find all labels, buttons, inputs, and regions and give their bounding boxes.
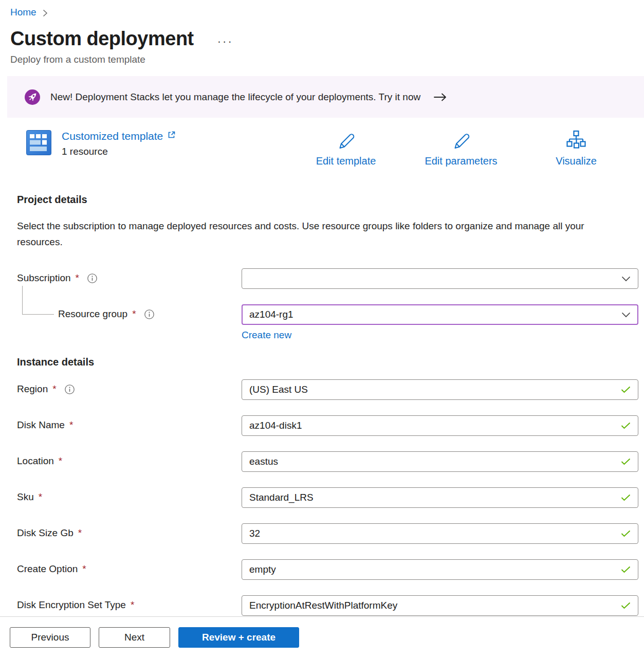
chevron-down-icon [621, 276, 631, 282]
valid-check-icon [621, 602, 631, 609]
template-card: Customized template 1 resource Edit temp… [26, 130, 644, 167]
region-input[interactable]: (US) East US [242, 379, 638, 400]
instance-details-heading: Instance details [17, 356, 644, 368]
disk-name-row: Disk Name * az104-disk1 [17, 415, 644, 436]
create-option-input[interactable]: empty [242, 559, 638, 580]
sku-label: Sku [17, 491, 34, 503]
info-icon[interactable] [144, 309, 155, 320]
location-value: eastus [249, 456, 278, 467]
chevron-right-icon [43, 9, 48, 17]
create-option-value: empty [249, 564, 276, 575]
template-grid-icon [26, 130, 51, 158]
customized-template-link[interactable]: Customized template [62, 130, 163, 142]
required-asterisk: * [82, 563, 86, 575]
breadcrumb: Home [10, 5, 644, 20]
valid-check-icon [621, 494, 631, 501]
region-label: Region [17, 383, 48, 395]
next-button[interactable]: Next [99, 627, 170, 648]
disk-size-value: 32 [249, 528, 260, 539]
required-asterisk: * [52, 383, 56, 395]
deployment-stacks-banner[interactable]: New! Deployment Stacks let you manage th… [7, 76, 644, 118]
project-details-heading: Project details [17, 194, 644, 206]
pencil-icon [451, 130, 471, 152]
disk-name-label: Disk Name [17, 419, 65, 431]
instance-details-form: Region * (US) East US Disk Name * [10, 379, 644, 616]
template-resource-count: 1 resource [62, 146, 176, 157]
sku-value: Standard_LRS [249, 492, 314, 503]
page-title: Custom deployment [10, 28, 194, 50]
project-details-form: Subscription * Resource group * [10, 268, 644, 341]
edit-parameters-button[interactable]: Edit parameters [420, 130, 502, 167]
disk-size-row: Disk Size Gb * 32 [17, 523, 644, 544]
edit-parameters-label: Edit parameters [425, 155, 497, 167]
disk-name-input[interactable]: az104-disk1 [242, 415, 638, 436]
info-icon[interactable] [87, 273, 98, 284]
disk-size-input[interactable]: 32 [242, 523, 638, 544]
pencil-icon [336, 130, 356, 152]
required-asterisk: * [131, 599, 134, 611]
subscription-dropdown[interactable] [242, 268, 638, 289]
region-row: Region * (US) East US [17, 379, 644, 400]
page-subtitle: Deploy from a custom template [10, 54, 644, 65]
valid-check-icon [621, 530, 631, 537]
breadcrumb-home-link[interactable]: Home [10, 7, 36, 18]
sku-row: Sku * Standard_LRS [17, 487, 644, 508]
rocket-icon [25, 89, 40, 105]
valid-check-icon [621, 386, 631, 393]
disk-size-label: Disk Size Gb [17, 527, 73, 539]
required-asterisk: * [132, 308, 136, 320]
disk-encryption-set-type-label: Disk Encryption Set Type [17, 599, 126, 611]
disk-encryption-set-type-row: Disk Encryption Set Type * EncryptionAtR… [17, 595, 644, 616]
disk-name-value: az104-disk1 [249, 420, 302, 431]
required-asterisk: * [78, 527, 82, 539]
valid-check-icon [621, 566, 631, 573]
info-icon[interactable] [64, 384, 75, 395]
disk-encryption-set-type-value: EncryptionAtRestWithPlatformKey [249, 600, 397, 611]
valid-check-icon [621, 458, 631, 465]
required-asterisk: * [76, 272, 79, 284]
resource-group-value: az104-rg1 [249, 309, 293, 320]
external-link-icon [167, 131, 176, 139]
resource-group-row: Resource group * az104-rg1 Create new [17, 304, 644, 341]
resource-group-connector-line [22, 286, 54, 315]
chevron-down-icon [621, 312, 631, 318]
valid-check-icon [621, 422, 631, 429]
resource-group-label: Resource group [58, 308, 127, 320]
create-new-link[interactable]: Create new [242, 330, 291, 341]
required-asterisk: * [59, 455, 62, 467]
hierarchy-icon [566, 130, 586, 152]
previous-button[interactable]: Previous [10, 627, 90, 648]
location-row: Location * eastus [17, 451, 644, 472]
region-value: (US) East US [249, 384, 308, 395]
edit-template-button[interactable]: Edit template [305, 130, 387, 167]
project-details-description: Select the subscription to manage deploy… [17, 218, 605, 250]
required-asterisk: * [69, 419, 73, 431]
footer-bar: Previous Next Review + create [0, 616, 644, 658]
sku-input[interactable]: Standard_LRS [242, 487, 638, 508]
review-create-button[interactable]: Review + create [178, 627, 299, 648]
edit-template-label: Edit template [316, 155, 376, 167]
location-label: Location [17, 455, 54, 467]
custom-deployment-page: Home Custom deployment ··· Deploy from a… [0, 0, 644, 616]
template-actions: Edit template Edit parameters [305, 130, 617, 167]
location-input[interactable]: eastus [242, 451, 638, 472]
required-asterisk: * [39, 491, 42, 503]
arrow-right-icon[interactable] [434, 93, 447, 101]
banner-message: New! Deployment Stacks let you manage th… [50, 92, 420, 103]
visualize-button[interactable]: Visualize [535, 130, 617, 167]
resource-group-dropdown[interactable]: az104-rg1 [242, 304, 638, 325]
more-options-icon[interactable]: ··· [217, 36, 233, 47]
disk-encryption-set-type-input[interactable]: EncryptionAtRestWithPlatformKey [242, 595, 638, 616]
subscription-row: Subscription * [17, 268, 644, 289]
visualize-label: Visualize [556, 155, 597, 167]
create-option-label: Create Option [17, 563, 78, 575]
create-option-row: Create Option * empty [17, 559, 644, 580]
subscription-label: Subscription [17, 272, 71, 284]
